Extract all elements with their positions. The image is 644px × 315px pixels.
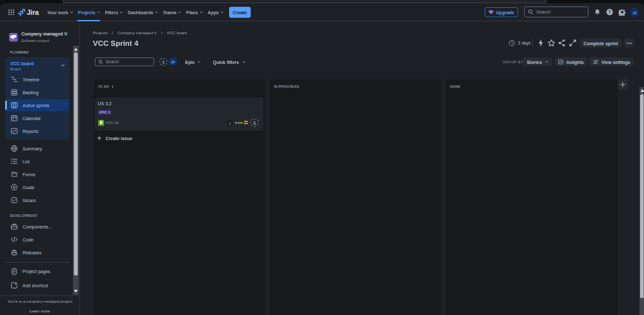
svg-text:?: ? [609,10,611,14]
